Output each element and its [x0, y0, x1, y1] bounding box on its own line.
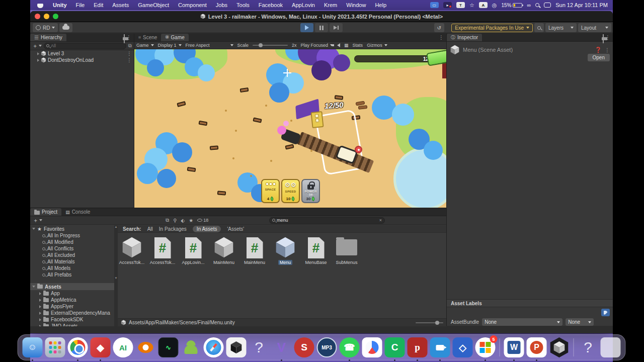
dock-unity-hub[interactable]: [226, 337, 247, 357]
screen-share-icon[interactable]: ▭: [430, 2, 439, 8]
dock-android-studio[interactable]: AI: [113, 337, 133, 357]
dock-blender[interactable]: [136, 337, 156, 357]
dock-diamond-app[interactable]: ◇: [453, 337, 473, 357]
dock-word[interactable]: W: [504, 337, 524, 357]
tab-scene[interactable]: ⌗Scene: [134, 34, 161, 41]
menu-tools[interactable]: Tools: [232, 2, 254, 8]
dock-screen-recorder[interactable]: [430, 337, 450, 357]
item-menu-icon[interactable]: ⋮: [127, 51, 132, 56]
dock-mp3-player[interactable]: MP3: [317, 337, 337, 357]
menu-unity[interactable]: Unity: [48, 2, 71, 8]
tab-project[interactable]: Project: [30, 208, 61, 216]
tab-inspector[interactable]: ⓘInspector: [447, 34, 482, 41]
favorites-header[interactable]: ★Favorites: [30, 225, 114, 232]
favorite-all-excluded[interactable]: All Excluded: [30, 252, 114, 258]
t-app-icon[interactable]: T: [456, 2, 465, 8]
clear-search-icon[interactable]: ×: [379, 218, 382, 223]
mute-audio-icon[interactable]: [337, 43, 340, 47]
dock-placeholder-app-2[interactable]: ?: [578, 337, 598, 357]
hierarchy-add-button[interactable]: ＋: [32, 42, 42, 50]
asset-item-selected[interactable]: Menu: [274, 236, 296, 265]
grid-size-slider[interactable]: [416, 322, 443, 323]
layers-dropdown[interactable]: Layers: [545, 23, 577, 32]
filter-in-packages[interactable]: In Packages: [159, 226, 187, 232]
speed-upgrade-button[interactable]: ⚙⚙ SPEED 10: [281, 179, 300, 203]
asset-item[interactable]: # AppLovin...: [182, 236, 204, 265]
menu-component[interactable]: Component: [174, 2, 211, 8]
layout-dropdown[interactable]: Layout: [578, 23, 611, 32]
asset-item[interactable]: AccessTok...: [121, 236, 143, 265]
menu-facebook[interactable]: Facebook: [254, 2, 287, 8]
scene-picker-icon[interactable]: ⧉: [128, 43, 132, 49]
asset-menu-icon[interactable]: ⋮: [605, 47, 610, 53]
menu-window[interactable]: Window: [342, 2, 370, 8]
tab-console[interactable]: ▤Console: [61, 208, 94, 216]
pause-button[interactable]: [315, 23, 328, 32]
asset-item[interactable]: # MainMenu: [244, 236, 266, 265]
asset-labels-header[interactable]: Asset Labels: [447, 299, 613, 307]
space-upgrade-button[interactable]: SPACE 4: [261, 179, 280, 203]
minimize-window-button[interactable]: [44, 14, 49, 19]
filter-all[interactable]: All: [147, 226, 153, 232]
menu-krem[interactable]: Krem: [319, 2, 342, 8]
game-menu-icon[interactable]: ⋮: [439, 35, 444, 40]
display-dropdown[interactable]: Display 1: [158, 43, 182, 48]
menu-applovin[interactable]: AppLovin: [287, 2, 319, 8]
dock-powerpoint[interactable]: P: [527, 337, 547, 357]
window-titlebar[interactable]: Level 3 - railmaker - Windows, Mac, Linu…: [30, 11, 613, 22]
dock-trash[interactable]: [601, 337, 621, 357]
hierarchy-item-dontdestroyonload[interactable]: DontDestroyOnLoad⋮: [30, 57, 134, 63]
undo-history-button[interactable]: ↺: [434, 23, 444, 32]
favorite-all-prefabs[interactable]: All Prefabs: [30, 272, 114, 278]
asset-item[interactable]: # AccessTok...: [151, 236, 174, 265]
folder-jmo-assets[interactable]: JMO Assets: [30, 323, 114, 326]
a-app-icon[interactable]: A: [479, 2, 488, 8]
tab-game[interactable]: 🞊Game: [161, 34, 188, 41]
dock-unity-editor[interactable]: [549, 337, 570, 357]
control-center-icon[interactable]: [544, 3, 551, 8]
zoom-window-button[interactable]: [53, 14, 58, 19]
dock-ms365[interactable]: 5: [475, 337, 496, 357]
search-by-label-icon[interactable]: ⬖: [181, 218, 185, 223]
dock-chrome[interactable]: [68, 337, 88, 357]
aspect-dropdown[interactable]: Free Aspect: [186, 43, 233, 48]
folder-app[interactable]: App: [30, 290, 114, 297]
play-focused-dropdown[interactable]: Play Focused: [301, 43, 334, 48]
lock-icon[interactable]: [124, 35, 125, 44]
dock-visual-studio[interactable]: V: [272, 337, 292, 357]
expand-arrow-icon[interactable]: [37, 52, 39, 55]
menubar-clock[interactable]: Sun 12 Apr 10:11 PM: [555, 2, 608, 8]
favorite-all-models[interactable]: All Models: [30, 265, 114, 272]
hotspot-icon[interactable]: ◎: [492, 3, 497, 8]
gizmos-dropdown[interactable]: Gizmos: [367, 43, 387, 48]
menu-jobs[interactable]: Jobs: [211, 2, 232, 8]
menu-gameobject[interactable]: GameObject: [133, 2, 174, 8]
hierarchy-menu-icon[interactable]: ⋮: [126, 35, 131, 40]
dock-placeholder-app[interactable]: ?: [249, 337, 269, 357]
scale-slider[interactable]: [253, 45, 288, 46]
save-search-star-icon[interactable]: ★: [189, 218, 193, 223]
menu-edit[interactable]: Edit: [89, 2, 108, 8]
menu-file[interactable]: File: [71, 2, 90, 8]
filter-assets-quoted[interactable]: 'Assets': [227, 226, 244, 232]
step-button[interactable]: [330, 23, 343, 32]
game-viewport[interactable]: 12 12/50 SPACE 4 ⚙⚙: [134, 49, 446, 208]
apple-menu-icon[interactable]: [37, 2, 43, 8]
item-menu-icon[interactable]: ⋮: [127, 57, 132, 63]
spotlight-search-icon[interactable]: [535, 3, 539, 7]
power-upgrade-button-locked[interactable]: POWER 1/9 30: [301, 179, 320, 203]
dock-camtasia[interactable]: C: [385, 337, 405, 357]
play-button[interactable]: [300, 23, 313, 32]
hierarchy-search-input[interactable]: [44, 43, 126, 49]
hierarchy-item-level3[interactable]: Level 3⋮: [30, 50, 134, 57]
tag-button[interactable]: [601, 309, 610, 316]
experimental-packages-dropdown[interactable]: Experimental Packages In Use: [451, 24, 533, 32]
sidebar-scrollbar[interactable]: ▲▼: [114, 225, 118, 326]
asset-item[interactable]: SubMenus: [336, 236, 358, 265]
folder-facebooksdk[interactable]: FacebookSDK: [30, 316, 114, 323]
project-search-input[interactable]: ×: [269, 217, 385, 224]
asset-item[interactable]: # MenuBase: [305, 236, 327, 265]
dock-android[interactable]: [181, 337, 201, 357]
star-menu-icon[interactable]: ☆: [469, 3, 474, 8]
hidden-count[interactable]: 18: [197, 218, 208, 223]
